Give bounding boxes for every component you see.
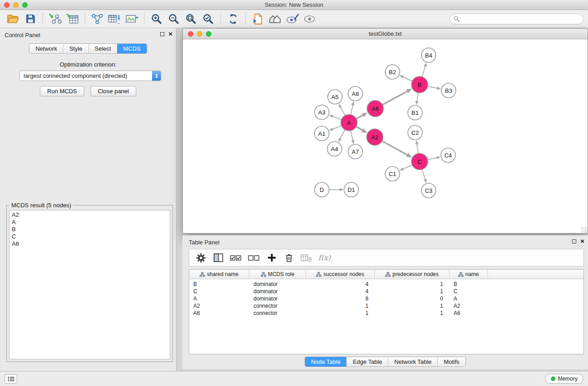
- tab-network[interactable]: Network: [29, 44, 63, 53]
- add-column-button[interactable]: [266, 251, 277, 265]
- table-settings-button[interactable]: [196, 251, 206, 265]
- graph-node-A[interactable]: A: [341, 114, 357, 131]
- network-graph[interactable]: B4B2BB3A5A8A6B1A3AC2A1A2A4A7C4CC1DD1C3: [183, 39, 588, 233]
- column-header[interactable]: MCDS role: [249, 270, 306, 279]
- graph-node-A5[interactable]: A5: [328, 90, 342, 104]
- tab-network-table[interactable]: Network Table: [388, 357, 437, 367]
- minimize-window-button[interactable]: [13, 2, 19, 8]
- svg-text:D1: D1: [348, 186, 355, 193]
- column-header[interactable]: shared name: [189, 270, 249, 279]
- tab-node-table[interactable]: Node Table: [305, 357, 347, 367]
- graph-node-C1[interactable]: C1: [385, 167, 400, 181]
- graph-node-C3[interactable]: C3: [421, 183, 436, 198]
- zoom-window-button[interactable]: [22, 2, 28, 8]
- graph-node-C[interactable]: C: [411, 153, 428, 170]
- close-panel-icon[interactable]: ×: [168, 32, 172, 36]
- hide-graphics-details-button[interactable]: [301, 11, 318, 27]
- table-row[interactable]: A6connector11A6: [189, 310, 583, 317]
- memory-button[interactable]: Memory: [545, 374, 583, 384]
- new-table-button[interactable]: [106, 11, 123, 27]
- graph-node-A8[interactable]: A8: [348, 86, 363, 101]
- graph-node-A3[interactable]: A3: [315, 105, 329, 119]
- graph-node-A2[interactable]: A2: [367, 129, 383, 145]
- window-resize-grip[interactable]: [581, 227, 587, 233]
- show-columns-button[interactable]: [213, 251, 224, 265]
- zoom-fit-button[interactable]: [182, 11, 200, 27]
- new-network-button[interactable]: [89, 11, 106, 27]
- zoom-network-window-button[interactable]: [206, 31, 211, 37]
- graph-node-B2[interactable]: B2: [385, 65, 400, 79]
- import-network-button[interactable]: [47, 11, 64, 27]
- show-graphics-details-button[interactable]: [284, 11, 301, 27]
- panel-selector-button[interactable]: [5, 374, 17, 384]
- graph-edge-arrow: [416, 101, 419, 105]
- save-session-button[interactable]: [22, 11, 39, 27]
- select-all-button[interactable]: [230, 251, 242, 265]
- mcds-result-box: MCDS result (5 nodes) A2ABCA6: [6, 205, 173, 362]
- delete-column-button[interactable]: [283, 251, 294, 265]
- tab-select[interactable]: Select: [88, 44, 117, 53]
- graph-node-A6[interactable]: A6: [367, 100, 383, 117]
- tab-edge-table[interactable]: Edge Table: [346, 357, 388, 367]
- column-header[interactable]: predecessor nodes: [375, 270, 449, 279]
- minimize-network-window-button[interactable]: [197, 31, 202, 37]
- search-input[interactable]: [462, 16, 579, 22]
- graph-node-D1[interactable]: D1: [344, 182, 359, 197]
- toolbar-separator: [43, 13, 43, 25]
- graph-node-B[interactable]: B: [411, 76, 428, 93]
- open-document-button[interactable]: [249, 11, 267, 27]
- optimization-dropdown[interactable]: largest connected component (directed): [19, 71, 161, 81]
- tab-style[interactable]: Style: [63, 44, 88, 53]
- zoom-fit-icon: [185, 13, 197, 25]
- svg-text:A2: A2: [371, 134, 378, 141]
- tab-mcds[interactable]: MCDS: [117, 44, 146, 53]
- svg-text:C3: C3: [425, 187, 433, 194]
- run-mcds-button[interactable]: Run MCDS: [40, 86, 84, 96]
- graph-node-B1[interactable]: B1: [408, 105, 422, 120]
- network-canvas[interactable]: B4B2BB3A5A8A6B1A3AC2A1A2A4A7C4CC1DD1C3: [183, 39, 588, 233]
- graph-node-C4[interactable]: C4: [441, 148, 455, 162]
- graph-node-D[interactable]: D: [315, 182, 329, 197]
- delete-table-button[interactable]: [301, 251, 312, 265]
- graph-edge: [428, 158, 437, 160]
- table-row[interactable]: Cdominator41C: [189, 288, 583, 295]
- svg-text:A6: A6: [372, 105, 379, 112]
- import-table-button[interactable]: [64, 11, 81, 27]
- control-panel: Control Panel × NetworkStyleSelectMCDS O…: [0, 28, 177, 371]
- column-header[interactable]: name: [449, 270, 488, 279]
- table-row[interactable]: Bdominator41B: [189, 281, 583, 288]
- table-cell: B: [449, 281, 488, 288]
- graph-edge-arrow: [437, 86, 441, 90]
- open-session-button[interactable]: [5, 11, 22, 27]
- close-table-panel-icon[interactable]: ×: [580, 239, 584, 243]
- float-panel-icon[interactable]: [160, 32, 164, 36]
- select-all-icon: [230, 255, 242, 261]
- home-view-button[interactable]: [267, 11, 284, 27]
- float-table-panel-icon[interactable]: [572, 239, 576, 243]
- table-cell: C: [189, 288, 249, 295]
- graph-node-B4[interactable]: B4: [421, 48, 436, 62]
- close-network-window-button[interactable]: [188, 31, 193, 37]
- export-image-icon: [125, 14, 139, 24]
- graph-node-B3[interactable]: B3: [441, 83, 456, 98]
- table-row[interactable]: Adominator80A: [189, 295, 583, 302]
- export-image-button[interactable]: [123, 11, 140, 27]
- close-window-button[interactable]: [4, 2, 10, 8]
- graph-node-A4[interactable]: A4: [327, 142, 342, 156]
- graph-node-A7[interactable]: A7: [348, 144, 363, 159]
- columns-icon: [214, 253, 223, 262]
- table-row[interactable]: A2connector11A2: [189, 302, 583, 310]
- zoom-out-button[interactable]: [165, 11, 182, 27]
- mcds-result-list[interactable]: A2ABCA6: [9, 210, 170, 359]
- apply-layout-button[interactable]: [225, 11, 242, 27]
- deselect-all-button[interactable]: [248, 251, 260, 265]
- zoom-in-button[interactable]: [148, 11, 165, 27]
- graph-node-A1[interactable]: A1: [315, 126, 329, 141]
- tab-motifs[interactable]: Motifs: [437, 357, 465, 367]
- zoom-selected-button[interactable]: [200, 11, 217, 27]
- column-header[interactable]: successor nodes: [306, 270, 375, 279]
- function-builder-button[interactable]: f(x): [318, 251, 330, 265]
- graph-node-C2[interactable]: C2: [408, 125, 422, 140]
- search-field[interactable]: [449, 14, 583, 24]
- close-panel-button[interactable]: Close panel: [91, 86, 136, 96]
